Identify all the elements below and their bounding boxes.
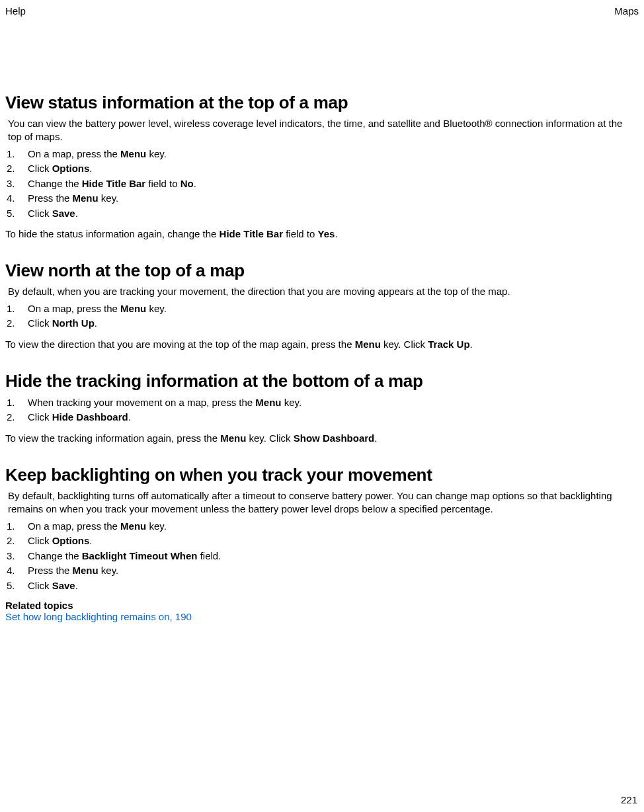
step-text: Click — [28, 411, 52, 423]
step-item: Change the Hide Title Bar field to No. — [5, 177, 639, 192]
step-bold: Menu — [120, 303, 146, 314]
step-item: Click North Up. — [5, 316, 639, 331]
section-title: View north at the top of a map — [5, 261, 639, 281]
note-text: key. Click — [246, 432, 293, 444]
step-text: . — [89, 163, 92, 174]
page-number: 221 — [621, 794, 637, 805]
step-item: Change the Backlight Timeout When field. — [5, 549, 639, 564]
step-text: . — [95, 317, 97, 329]
section-title: Keep backlighting on when you track your… — [5, 465, 639, 485]
note-text: To view the direction that you are movin… — [5, 339, 355, 350]
note-bold: Show Dashboard — [294, 432, 375, 444]
step-item: Click Save. — [5, 579, 639, 594]
section-view-north: View north at the top of a map By defaul… — [5, 261, 639, 351]
step-text: key. — [99, 565, 119, 576]
step-bold: Options — [52, 535, 90, 546]
page-content: View status information at the top of a … — [5, 93, 639, 622]
page-header: Help Maps — [5, 5, 639, 17]
step-item: Click Save. — [5, 206, 639, 222]
step-text: . — [75, 208, 78, 219]
step-item: When tracking your movement on a map, pr… — [5, 395, 639, 411]
step-bold: Save — [52, 580, 75, 591]
steps-list: When tracking your movement on a map, pr… — [5, 395, 639, 425]
step-text: Press the — [28, 192, 73, 204]
step-item: On a map, press the Menu key. — [5, 147, 639, 162]
step-text: key. — [99, 192, 119, 204]
section-title: View status information at the top of a … — [5, 93, 639, 113]
step-text: Click — [28, 317, 52, 329]
step-text: On a map, press the — [28, 520, 120, 532]
step-item: On a map, press the Menu key. — [5, 302, 639, 317]
note-text: . — [470, 339, 473, 350]
section-hide-tracking: Hide the tracking information at the bot… — [5, 371, 639, 445]
step-text: On a map, press the — [28, 303, 120, 314]
note-bold: Track Up — [428, 339, 469, 350]
step-text: field to — [145, 178, 181, 189]
step-text: key. — [146, 148, 167, 159]
section-note: To hide the status information again, ch… — [5, 227, 639, 241]
related-topics-link[interactable]: Set how long backlighting remains on, 19… — [5, 611, 639, 622]
step-bold: Menu — [120, 520, 146, 532]
step-item: Click Options. — [5, 534, 639, 549]
step-text: Click — [28, 580, 52, 591]
step-text: . — [128, 411, 131, 423]
step-text: Click — [28, 208, 52, 219]
step-bold: Options — [52, 163, 90, 174]
step-item: Press the Menu key. — [5, 563, 639, 579]
steps-list: On a map, press the Menu key. Click Nort… — [5, 302, 639, 331]
note-text: field to — [283, 228, 318, 239]
step-text: When tracking your movement on a map, pr… — [28, 397, 255, 408]
step-bold: Menu — [255, 397, 281, 408]
header-right: Maps — [614, 5, 639, 17]
step-bold: Save — [52, 208, 75, 219]
step-text: Click — [28, 535, 52, 546]
section-note: To view the direction that you are movin… — [5, 338, 639, 351]
note-bold: Menu — [220, 432, 246, 444]
section-view-status-info: View status information at the top of a … — [5, 93, 639, 241]
step-bold: Hide Dashboard — [52, 411, 128, 423]
note-text: . — [374, 432, 377, 444]
note-text: . — [335, 228, 337, 239]
related-topics-label: Related topics — [5, 600, 639, 611]
page: Help Maps View status information at the… — [0, 0, 644, 812]
note-bold: Menu — [355, 339, 381, 350]
step-item: Click Hide Dashboard. — [5, 410, 639, 425]
section-intro: You can view the battery power level, wi… — [8, 117, 639, 144]
step-text: key. — [282, 397, 302, 408]
step-text: Change the — [28, 550, 82, 561]
header-left: Help — [5, 5, 26, 17]
note-bold: Yes — [318, 228, 335, 239]
section-intro: By default, backlighting turns off autom… — [8, 489, 639, 516]
note-text: To view the tracking information again, … — [5, 432, 220, 444]
step-text: Press the — [28, 565, 73, 576]
step-text: Change the — [28, 178, 82, 189]
section-intro: By default, when you are tracking your m… — [8, 285, 639, 298]
section-title: Hide the tracking information at the bot… — [5, 371, 639, 391]
step-bold: Hide Title Bar — [82, 178, 145, 189]
step-text: . — [75, 580, 78, 591]
steps-list: On a map, press the Menu key. Click Opti… — [5, 519, 639, 594]
step-bold: Menu — [120, 148, 146, 159]
step-text: . — [89, 535, 92, 546]
step-bold: Backlight Timeout When — [82, 550, 198, 561]
section-note: To view the tracking information again, … — [5, 432, 639, 445]
step-bold: North Up — [52, 317, 95, 329]
section-backlighting: Keep backlighting on when you track your… — [5, 465, 639, 622]
steps-list: On a map, press the Menu key. Click Opti… — [5, 147, 639, 222]
step-text: key. — [146, 303, 167, 314]
step-item: Press the Menu key. — [5, 191, 639, 206]
step-bold: No — [181, 178, 194, 189]
step-text: . — [194, 178, 196, 189]
note-text: To hide the status information again, ch… — [5, 228, 220, 239]
step-bold: Menu — [73, 192, 99, 204]
step-bold: Menu — [73, 565, 99, 576]
step-text: key. — [146, 520, 167, 532]
step-text: field. — [197, 550, 221, 561]
step-text: Click — [28, 163, 52, 174]
note-bold: Hide Title Bar — [220, 228, 283, 239]
step-text: On a map, press the — [28, 148, 120, 159]
note-text: key. Click — [381, 339, 428, 350]
step-item: On a map, press the Menu key. — [5, 519, 639, 534]
step-item: Click Options. — [5, 161, 639, 177]
